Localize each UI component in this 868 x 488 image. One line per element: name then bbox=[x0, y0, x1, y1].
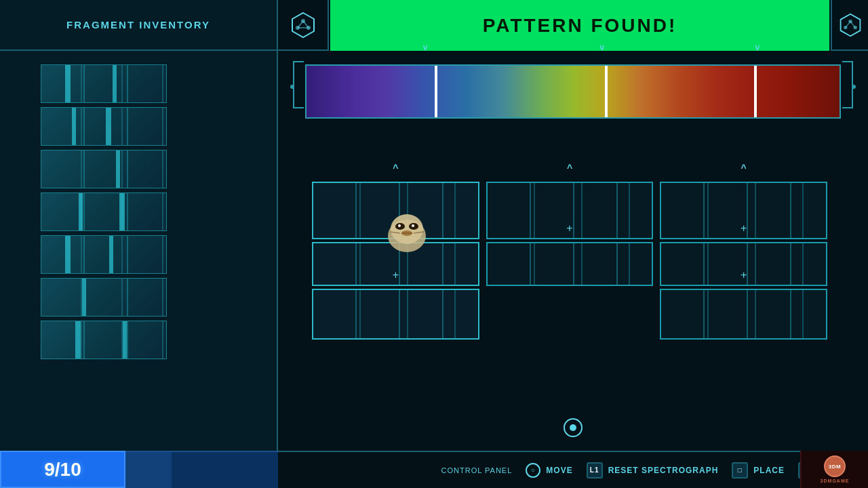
reset-spectrograph-action[interactable]: L1 RESET SPECTROGRAPH bbox=[587, 462, 719, 479]
svg-point-17 bbox=[398, 224, 401, 227]
grid-block-2-2[interactable] bbox=[486, 242, 654, 286]
spec-bracket-right bbox=[842, 61, 853, 108]
side-dot-right bbox=[852, 85, 856, 89]
spec-arrow-2: v bbox=[600, 43, 605, 52]
svg-line-4 bbox=[298, 21, 303, 28]
counter-box: 9/10 bbox=[0, 451, 125, 488]
grid-block-3-3[interactable] bbox=[660, 289, 827, 340]
move-circle-icon: ○ bbox=[526, 463, 540, 478]
plus-icon-1-2: + bbox=[393, 269, 399, 281]
side-dot-left bbox=[290, 85, 294, 89]
pattern-found-text: PATTERN FOUND! bbox=[483, 15, 677, 37]
grid-column-3: ^ + + bbox=[660, 163, 827, 434]
l1-key-icon: L1 bbox=[587, 462, 603, 479]
fragment-inventory-title: FRAGMENT INVENTORY bbox=[66, 19, 210, 30]
mascot-svg bbox=[380, 203, 434, 258]
grid-column-2: ^ + bbox=[486, 163, 654, 434]
col3-arrow: ^ bbox=[660, 163, 827, 176]
left-panel: FRAGMENT INVENTORY bbox=[0, 0, 278, 488]
col2-arrow: ^ bbox=[486, 163, 654, 176]
fragment-slot-2[interactable] bbox=[41, 107, 167, 146]
move-action[interactable]: ○ MOVE bbox=[526, 463, 572, 478]
plus-icon-2-1: + bbox=[566, 222, 572, 235]
move-label: MOVE bbox=[546, 466, 572, 475]
svg-line-11 bbox=[845, 21, 850, 27]
fragment-inventory-header: FRAGMENT INVENTORY bbox=[0, 0, 277, 51]
fragment-slot-6[interactable] bbox=[41, 278, 167, 317]
fragment-slot-3[interactable] bbox=[41, 150, 167, 188]
spec-bracket-left bbox=[293, 61, 304, 108]
spec-gradient bbox=[307, 66, 840, 117]
circle-indicator bbox=[564, 418, 583, 437]
svg-point-18 bbox=[412, 224, 414, 227]
mascot bbox=[380, 203, 434, 258]
reset-spectrograph-label: RESET SPECTROGRAPH bbox=[608, 466, 719, 475]
svg-line-5 bbox=[303, 21, 309, 28]
svg-marker-0 bbox=[292, 13, 314, 37]
bottom-bar: CONTROL PANEL ○ MOVE L1 RESET SPECTROGRA… bbox=[278, 451, 868, 488]
spec-bar-container bbox=[305, 64, 841, 119]
place-label: PLACE bbox=[753, 466, 785, 475]
spec-arrow-3: v bbox=[755, 43, 760, 52]
grid-block-3-2[interactable]: + bbox=[660, 242, 827, 286]
watermark: 3DM 3DMGAME bbox=[800, 451, 868, 488]
counter-bar bbox=[125, 451, 278, 488]
grid-block-1-3[interactable] bbox=[312, 289, 479, 340]
fragment-slot-7[interactable] bbox=[41, 321, 167, 359]
spec-arrow-1: v bbox=[423, 43, 428, 52]
counter-text: 9/10 bbox=[44, 459, 81, 481]
spec-divider-3 bbox=[754, 66, 757, 117]
fragment-slot-1[interactable] bbox=[41, 64, 167, 103]
col1-arrow: ^ bbox=[312, 163, 479, 176]
grid-block-2-1[interactable]: + bbox=[486, 182, 654, 239]
plus-icon-3-1: + bbox=[741, 222, 747, 235]
svg-point-14 bbox=[391, 214, 423, 244]
bottom-counter: 9/10 bbox=[0, 451, 278, 488]
spec-divider-2 bbox=[605, 66, 608, 117]
plus-icon-3-2: + bbox=[741, 269, 747, 281]
place-action[interactable]: □ PLACE bbox=[732, 462, 785, 479]
spec-divider-1 bbox=[435, 66, 437, 117]
hex-right-icon bbox=[838, 13, 863, 37]
fragment-slots bbox=[0, 58, 277, 366]
place-key-icon: □ bbox=[732, 462, 748, 479]
control-panel-label: CONTROL PANEL bbox=[441, 466, 513, 474]
svg-line-12 bbox=[850, 21, 855, 27]
main-area: PATTERN FOUND! v v v bbox=[278, 0, 868, 488]
hex-left-icon bbox=[290, 12, 317, 39]
watermark-text: 3DMGAME bbox=[821, 479, 850, 483]
fragment-slot-4[interactable] bbox=[41, 192, 167, 231]
grid-block-3-1[interactable]: + bbox=[660, 182, 827, 239]
fragment-slot-5[interactable] bbox=[41, 235, 167, 274]
svg-marker-7 bbox=[840, 14, 860, 35]
circle-inner bbox=[570, 424, 576, 431]
spectrograph-area: v v v bbox=[305, 58, 841, 132]
